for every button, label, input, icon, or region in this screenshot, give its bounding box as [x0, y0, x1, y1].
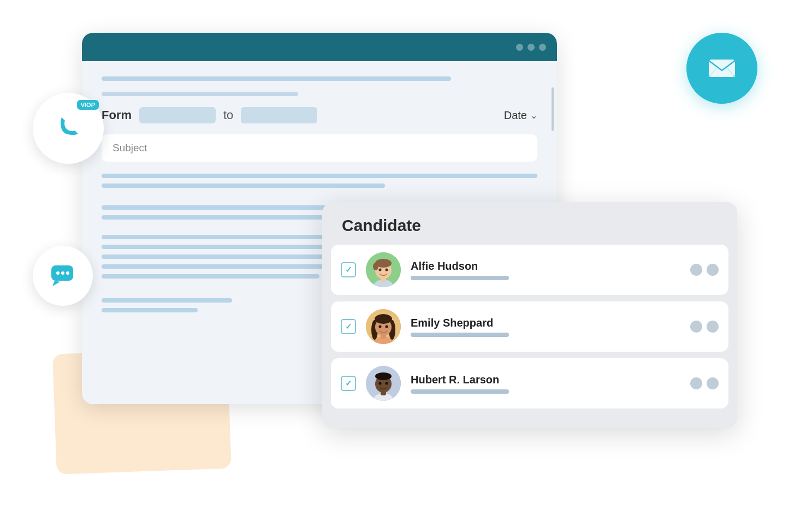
candidate-header: Candidate	[322, 202, 737, 245]
email-icon	[704, 51, 739, 86]
checkmark-icon-emily: ✓	[345, 322, 352, 332]
action-dot-1-hubert[interactable]	[690, 377, 702, 389]
candidate-actions-hubert	[690, 377, 719, 389]
candidate-info-line-alfie	[411, 276, 509, 280]
candidate-row-alfie[interactable]: ✓ Alfie Hudson	[331, 245, 728, 295]
candidate-name-alfie: Alfie Hudson	[411, 260, 680, 273]
svg-point-27	[66, 271, 69, 275]
svg-point-23	[386, 382, 388, 385]
avatar-hubert	[366, 366, 401, 401]
svg-point-15	[379, 325, 382, 328]
action-dot-2-alfie[interactable]	[707, 264, 719, 276]
avatar-alfie	[366, 252, 401, 287]
phone-icon-wrap: VIOP	[53, 112, 84, 145]
dot-2	[527, 44, 535, 51]
to-label: to	[223, 108, 233, 122]
scrollbar[interactable]	[552, 87, 554, 131]
candidate-info-line-emily	[411, 333, 509, 337]
content-line-9	[102, 274, 319, 279]
viop-badge: VIOP	[77, 100, 99, 110]
candidate-row-hubert[interactable]: ✓ Hubert R. Larson	[331, 358, 728, 409]
checkmark-icon-hubert: ✓	[345, 378, 352, 388]
candidate-actions-alfie	[690, 264, 719, 276]
action-dot-2-hubert[interactable]	[707, 377, 719, 389]
email-circle[interactable]	[686, 33, 757, 104]
candidate-info-hubert: Hubert R. Larson	[411, 374, 680, 394]
svg-point-21	[375, 372, 392, 380]
svg-point-16	[386, 325, 388, 328]
phone-circle[interactable]: VIOP	[33, 93, 104, 164]
svg-point-7	[386, 269, 388, 271]
candidate-info-alfie: Alfie Hudson	[411, 260, 680, 280]
content-line-bottom-2	[102, 308, 198, 312]
content-line-2	[102, 183, 385, 188]
candidate-panel: Candidate ✓	[322, 202, 737, 428]
dot-1	[516, 44, 523, 51]
date-button[interactable]: Date ⌄	[504, 109, 537, 122]
svg-rect-28	[709, 60, 735, 77]
chat-icon	[48, 261, 78, 291]
date-label: Date	[504, 109, 527, 122]
action-dot-1-alfie[interactable]	[690, 264, 702, 276]
checkmark-icon-alfie: ✓	[345, 265, 352, 275]
sub-bar-line	[102, 92, 298, 96]
candidate-checkbox-hubert[interactable]: ✓	[341, 376, 356, 391]
svg-point-6	[379, 269, 382, 271]
titlebar-dots	[516, 44, 546, 51]
content-line-4	[102, 215, 347, 220]
form-to-field[interactable]	[241, 107, 317, 123]
subject-box[interactable]: Subject	[102, 134, 537, 162]
subject-placeholder: Subject	[112, 142, 147, 153]
form-from-field[interactable]	[139, 107, 216, 123]
dot-3	[539, 44, 546, 51]
action-dot-2-emily[interactable]	[707, 321, 719, 333]
svg-point-22	[379, 382, 382, 385]
content-line-bottom-1	[102, 298, 232, 303]
chat-circle[interactable]	[33, 246, 93, 306]
chevron-down-icon: ⌄	[530, 110, 537, 121]
svg-point-25	[56, 271, 60, 275]
candidate-checkbox-emily[interactable]: ✓	[341, 319, 356, 334]
top-bar-line	[102, 76, 451, 81]
titlebar	[82, 33, 557, 61]
content-line-1	[102, 174, 537, 178]
form-label: Form	[102, 108, 132, 122]
candidate-checkbox-alfie[interactable]: ✓	[341, 262, 356, 277]
candidate-name-hubert: Hubert R. Larson	[411, 374, 680, 386]
candidate-row-emily[interactable]: ✓ Emily	[331, 301, 728, 352]
svg-point-14	[375, 314, 392, 324]
candidate-name-emily: Emily Sheppard	[411, 317, 680, 329]
candidate-title: Candidate	[342, 216, 421, 234]
candidate-info-emily: Emily Sheppard	[411, 317, 680, 337]
candidate-info-line-hubert	[411, 389, 509, 394]
phone-icon	[53, 112, 84, 143]
svg-point-26	[61, 271, 64, 275]
action-dot-1-emily[interactable]	[690, 321, 702, 333]
candidate-actions-emily	[690, 321, 719, 333]
form-row: Form to Date ⌄	[102, 107, 537, 123]
avatar-emily	[366, 309, 401, 344]
svg-point-5	[373, 263, 378, 270]
